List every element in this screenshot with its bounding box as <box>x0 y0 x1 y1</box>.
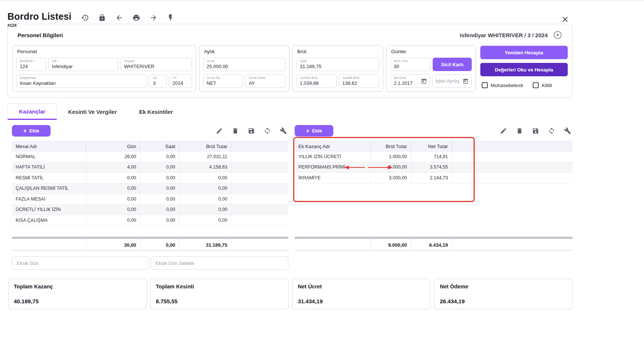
field-label: Yıl <box>172 76 176 80</box>
column-header[interactable]: Ek Kazanç Adı <box>295 141 371 151</box>
table-row[interactable]: PERFORMANS PRİMİ5.000,003.574,55 <box>295 162 573 173</box>
arrow-left-icon[interactable] <box>115 14 123 22</box>
ay-field[interactable]: Ay 3 <box>150 74 167 88</box>
column-header[interactable]: Brüt Tutar <box>179 141 231 151</box>
ucret-tip-field[interactable]: Ücret Tip NET <box>203 74 243 88</box>
wrench-icon[interactable] <box>280 127 287 134</box>
table-row[interactable]: HAFTA TATİLİ4,000,004.158,63 <box>12 162 288 173</box>
bordroid-field[interactable]: Bordroid * 124 <box>16 58 46 71</box>
add-extra-earning-button[interactable]: + Ekle <box>295 125 333 137</box>
summary-card-net-ucret: Net Ücret 31.434,19 <box>292 279 431 309</box>
tab-kesinti-ve-vergiler[interactable]: Kesinti Ve Vergiler <box>57 103 128 120</box>
close-icon[interactable] <box>561 15 570 24</box>
summary-label: Toplam Kazanç <box>14 284 141 290</box>
wrench-icon[interactable] <box>564 127 571 134</box>
arrow-right-icon[interactable] <box>150 14 157 22</box>
read-values-calculate-button[interactable]: Değerleri Oku ve Hesapla <box>480 63 568 76</box>
isten-ayrilis-field[interactable]: İşten Ayrılış <box>432 74 472 88</box>
calendar-icon[interactable] <box>421 78 427 84</box>
column-header[interactable]: Gün <box>86 141 140 151</box>
field-value: Insan Kaynakları <box>20 80 144 86</box>
table-cell: 0,00 <box>86 215 140 226</box>
checkbox-kilitli[interactable]: Kilitli <box>533 82 552 88</box>
edit-icon[interactable] <box>500 127 507 134</box>
field-value: 3 <box>153 80 163 86</box>
summary-value: 40.189,75 <box>14 298 141 304</box>
tab-kazanclar[interactable]: Kazançlar <box>7 103 57 120</box>
yil-field[interactable]: Yıl 2024 <box>169 74 192 88</box>
eksik-gun-input[interactable] <box>12 256 148 270</box>
saatlik-brut-field[interactable]: Saatlik Brüt 138,62 <box>339 74 379 88</box>
panel-personel: Personel Bordroid * 124 Adı Isfendiyar S… <box>12 45 196 92</box>
personnel-actions: Yeniden Hesapla Değerleri Oku ve Hesapla… <box>479 45 568 92</box>
totals-cell: 9.000,00 <box>371 240 411 250</box>
table-cell: 0,00 <box>140 194 179 204</box>
recalculate-button[interactable]: Yeniden Hesapla <box>480 46 568 59</box>
table-row[interactable]: ÇALIŞILAN RESMİ TATİL0,000,000,00 <box>12 183 288 194</box>
ise-giris-field[interactable]: İşe Giriş 2.1.2017 <box>390 74 430 88</box>
column-header[interactable]: Saat <box>140 141 179 151</box>
column-header[interactable]: Net Tutar <box>411 141 452 151</box>
table-row[interactable]: YILLIK İZİN ÜCRETİ1.000,00714,91 <box>295 151 573 162</box>
checkbox-label: Muhasebelesti <box>491 83 523 88</box>
table-cell: 0,00 <box>140 151 179 162</box>
field-value: 138,62 <box>342 80 376 86</box>
field-placeholder: İşten Ayrılış <box>436 79 459 84</box>
ucret-field[interactable]: Ücret 25.000,00 <box>203 58 285 71</box>
sicil-karti-button[interactable]: Sicil Kartı <box>433 58 472 71</box>
adi-field[interactable]: Adı Isfendiyar <box>48 58 118 71</box>
field-value: Isfendiyar <box>52 64 115 69</box>
brut-aylik-field[interactable]: Aylık 31.189,75 <box>297 58 379 71</box>
table-row[interactable]: RESMİ TATİL0,000,000,00 <box>12 173 288 183</box>
column-header[interactable]: Brüt Tutar <box>371 141 411 151</box>
field-label: Adı <box>52 59 57 63</box>
sync-icon[interactable] <box>548 127 555 134</box>
flash-icon[interactable] <box>167 14 174 22</box>
history-icon[interactable] <box>81 14 89 22</box>
table-row[interactable]: KISA ÇALIŞMA0,000,000,00 <box>12 215 288 226</box>
edit-icon[interactable] <box>216 127 223 134</box>
add-circle-icon[interactable] <box>553 30 563 40</box>
checkbox-box[interactable] <box>482 82 488 88</box>
eksik-gun-sebebi-input[interactable] <box>151 256 288 270</box>
calendar-icon[interactable] <box>462 78 469 84</box>
table-cell: FAZLA MESAİ <box>12 194 86 204</box>
table-cell: 714,91 <box>411 151 452 162</box>
checkbox-muhasebelesti[interactable]: Muhasebelesti <box>482 82 523 88</box>
table-cell: YILLIK İZİN ÜCRETİ <box>295 151 371 162</box>
table-cell: 1.000,00 <box>371 151 411 162</box>
departman-field[interactable]: Departman Insan Kaynakları <box>16 74 147 88</box>
table-cell: 0,00 <box>179 215 231 226</box>
delete-icon[interactable] <box>516 127 523 134</box>
field-label: Aylık <box>300 59 307 63</box>
gunluk-brut-field[interactable]: Günlük Brüt 1.039,66 <box>297 74 337 88</box>
table-row[interactable]: İKRAMİYE3.000,002.144,73 <box>295 173 573 183</box>
delete-icon[interactable] <box>232 127 239 134</box>
field-value: 30 <box>394 64 427 69</box>
ucret-statu-field[interactable]: Ücret Statü AY <box>246 74 285 88</box>
save-icon[interactable] <box>532 127 539 134</box>
table-row[interactable]: FAZLA MESAİ0,000,000,00 <box>12 194 288 205</box>
personnel-section-header: Personel Bilgileri Isfendiyar WHITERIVER… <box>12 28 568 45</box>
totals-cell: 6.434,19 <box>411 240 452 250</box>
checkbox-box[interactable] <box>533 82 539 88</box>
header-toolbar <box>81 14 174 22</box>
add-earning-button[interactable]: + Ekle <box>12 125 51 137</box>
field-label: İşe Giriş <box>394 76 406 80</box>
tab-ek-kesintiler[interactable]: Ek Kesintiler <box>128 103 184 120</box>
column-header[interactable]: Mesai Adı <box>12 141 86 151</box>
table-row[interactable]: NORMAL26,000,0027.031,11 <box>12 151 288 162</box>
save-icon[interactable] <box>248 127 255 134</box>
table-cell: PERFORMANS PRİMİ <box>295 162 371 173</box>
soyadi-field[interactable]: Soyadı WHITERIVER <box>121 58 192 71</box>
panel-title: Brüt <box>297 49 379 54</box>
sync-icon[interactable] <box>264 127 271 134</box>
print-icon[interactable] <box>132 14 140 22</box>
earnings-toolbar: + Ekle <box>12 125 288 137</box>
summary-card-net-odeme: Net Ödeme 26.434,19 <box>434 279 573 309</box>
lock-icon[interactable] <box>98 14 106 22</box>
field-label: Soyadı <box>124 59 134 63</box>
table-row[interactable]: ÜCRETLİ YILLIK İZİN0,000,000,00 <box>12 205 288 215</box>
table-cell: HAFTA TATİLİ <box>12 162 86 173</box>
sgk-gun-field[interactable]: SGK Gün 30 <box>390 58 430 71</box>
